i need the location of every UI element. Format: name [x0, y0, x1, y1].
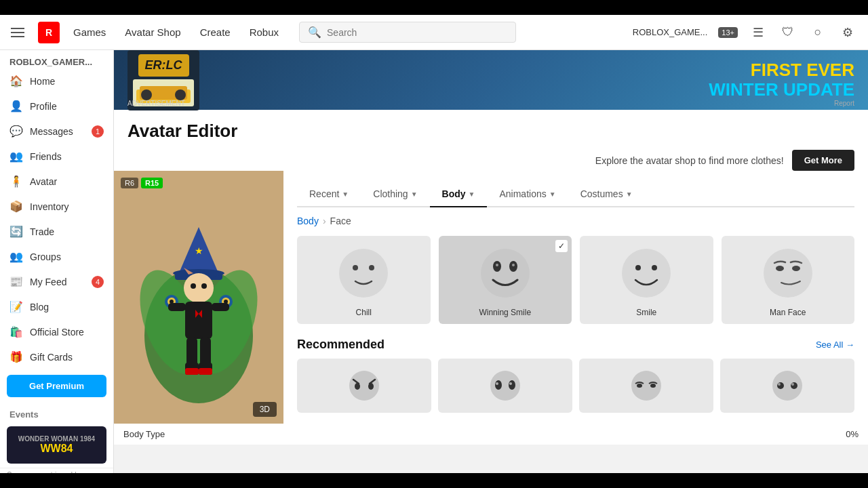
- rec-item-3[interactable]: [579, 359, 713, 413]
- sidebar-item-official-store[interactable]: 🛍️ Official Store: [0, 319, 113, 344]
- svg-rect-23: [168, 303, 186, 311]
- svg-point-34: [369, 265, 374, 270]
- svg-point-3: [175, 89, 186, 100]
- body-type-label: Body Type: [123, 429, 165, 439]
- store-icon: 🛍️: [9, 325, 23, 338]
- age-badge: 13+: [718, 27, 738, 38]
- sidebar-item-groups[interactable]: 👥 Groups: [0, 244, 113, 269]
- search-input[interactable]: [327, 27, 507, 38]
- nav-avatar-shop[interactable]: Avatar Shop: [125, 26, 180, 38]
- get-premium-button[interactable]: Get Premium: [7, 375, 106, 397]
- home-icon: 🏠: [9, 75, 23, 87]
- bottom-bar: [0, 473, 868, 488]
- face-item-man-face[interactable]: Man Face: [722, 236, 855, 324]
- see-all-button[interactable]: See All →: [816, 340, 854, 350]
- nav-games[interactable]: Games: [73, 26, 106, 38]
- sidebar-item-blog[interactable]: 📝 Blog: [0, 294, 113, 319]
- events-banner-text: WW84: [18, 443, 95, 455]
- settings-icon[interactable]: ⚙: [838, 23, 857, 42]
- ad-banner: ER:LC FIRST EVER WINTER UPDATE ADVERTISE…: [114, 50, 868, 110]
- avatar-preview-panel: R6 R15: [114, 171, 283, 424]
- svg-point-60: [778, 383, 781, 386]
- blog-icon: 📝: [9, 300, 23, 313]
- tab-costumes[interactable]: Costumes ▼: [568, 182, 645, 206]
- shield-icon[interactable]: 🛡: [778, 23, 797, 42]
- svg-point-45: [792, 266, 800, 271]
- chat-icon[interactable]: ☰: [749, 23, 768, 42]
- animations-arrow-icon: ▼: [549, 190, 556, 198]
- sidebar-item-home[interactable]: 🏠 Home: [0, 68, 113, 94]
- svg-point-55: [637, 384, 642, 388]
- tab-clothing-label: Clothing: [373, 188, 408, 199]
- avatar-icon: 🧍: [9, 175, 23, 188]
- man-face-image: [757, 243, 818, 304]
- svg-point-48: [368, 383, 374, 390]
- sidebar-label-messages: Messages: [30, 126, 73, 137]
- sidebar-item-inventory[interactable]: 📦 Inventory: [0, 194, 113, 219]
- man-face-label: Man Face: [770, 308, 806, 317]
- rec-item-1[interactable]: [297, 359, 431, 413]
- svg-point-42: [652, 265, 657, 270]
- report-link[interactable]: Report: [834, 100, 854, 107]
- get-more-button[interactable]: Get More: [792, 150, 854, 171]
- svg-point-39: [512, 264, 515, 266]
- events-banner[interactable]: WONDER WOMAN 1984 WW84: [7, 426, 106, 464]
- faces-grid: Chill ✓: [297, 236, 854, 324]
- svg-point-43: [764, 249, 812, 298]
- svg-point-35: [481, 249, 530, 298]
- main-content: ER:LC FIRST EVER WINTER UPDATE ADVERTISE…: [114, 50, 868, 488]
- svg-point-58: [777, 382, 784, 389]
- sidebar-item-avatar[interactable]: 🧍 Avatar: [0, 169, 113, 194]
- breadcrumb-body[interactable]: Body: [297, 216, 319, 226]
- svg-point-59: [791, 382, 797, 389]
- svg-point-50: [495, 380, 502, 390]
- face-item-chill[interactable]: Chill: [297, 236, 431, 324]
- rec-item-4[interactable]: [720, 359, 854, 413]
- tab-animations[interactable]: Animations ▼: [487, 182, 568, 206]
- header: R Games Avatar Shop Create Robux 🔍 ROBLO…: [0, 15, 868, 50]
- search-bar[interactable]: 🔍: [299, 22, 516, 43]
- tab-clothing[interactable]: Clothing ▼: [361, 182, 429, 206]
- svg-point-56: [650, 384, 656, 388]
- view-3d-button[interactable]: 3D: [253, 402, 277, 417]
- sidebar: ROBLOX_GAMER... 🏠 Home 👤 Profile 💬 Messa…: [0, 50, 114, 488]
- recommended-grid: [297, 359, 854, 413]
- body-arrow-icon: ▼: [469, 190, 475, 198]
- recommended-header: Recommended See All →: [297, 338, 854, 352]
- tabs: Recent ▼ Clothing ▼ Body ▼ Animations: [297, 182, 854, 207]
- robux-icon[interactable]: ○: [808, 23, 827, 42]
- nav-links: Games Avatar Shop Create Robux: [73, 26, 279, 38]
- roblox-logo: R: [38, 22, 60, 43]
- profile-icon: 👤: [9, 100, 23, 113]
- avatar-figure: ★: [131, 207, 267, 424]
- events-label: Events: [0, 403, 113, 422]
- hamburger-menu[interactable]: [11, 28, 24, 37]
- ad-line1: FIRST EVER: [213, 60, 854, 80]
- svg-point-33: [353, 265, 358, 270]
- breadcrumb: Body › Face: [297, 216, 854, 226]
- sidebar-item-messages[interactable]: 💬 Messages 1: [0, 119, 113, 144]
- tab-body[interactable]: Body ▼: [430, 182, 488, 206]
- nav-create[interactable]: Create: [200, 26, 231, 38]
- sidebar-username: ROBLOX_GAMER...: [0, 50, 113, 68]
- svg-text:★: ★: [195, 245, 203, 256]
- breadcrumb-face: Face: [330, 216, 351, 226]
- sidebar-item-trade[interactable]: 🔄 Trade: [0, 219, 113, 244]
- nav-robux[interactable]: Robux: [250, 26, 279, 38]
- svg-point-53: [509, 382, 512, 385]
- winning-smile-label: Winning Smile: [479, 308, 531, 317]
- ad-erlc-label: ER:LC: [138, 54, 189, 77]
- sidebar-item-profile[interactable]: 👤 Profile: [0, 94, 113, 119]
- tab-recent[interactable]: Recent ▼: [297, 182, 361, 206]
- sidebar-item-myfeed[interactable]: 📰 My Feed 4: [0, 269, 113, 294]
- face-item-winning-smile[interactable]: ✓ Winnin: [439, 236, 572, 324]
- sidebar-label-blog: Blog: [30, 302, 49, 312]
- sidebar-label-myfeed: My Feed: [30, 277, 66, 287]
- costumes-arrow-icon: ▼: [626, 190, 633, 198]
- rec-item-2[interactable]: [438, 359, 572, 413]
- sidebar-label-official-store: Official Store: [30, 327, 84, 338]
- sidebar-item-friends[interactable]: 👥 Friends: [0, 144, 113, 169]
- sidebar-item-gift-cards[interactable]: 🎁 Gift Cards: [0, 344, 113, 369]
- face-item-smile[interactable]: Smile: [580, 236, 713, 324]
- myfeed-icon: 📰: [9, 275, 23, 288]
